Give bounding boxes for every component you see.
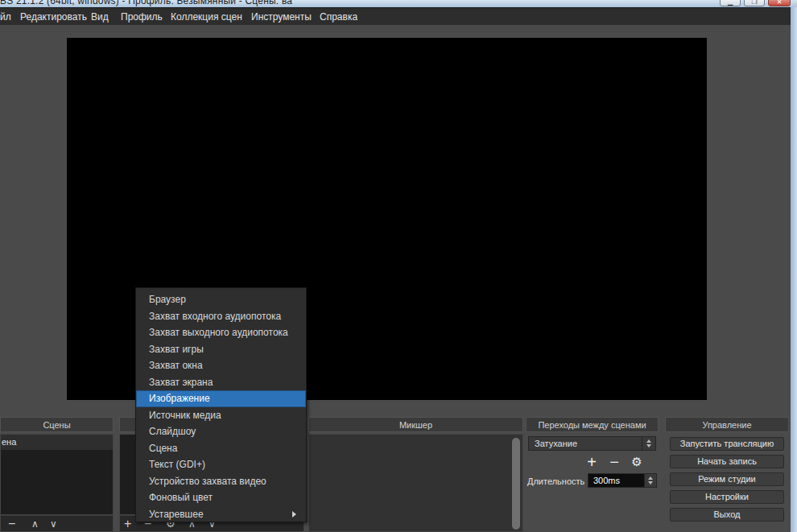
duration-label: Длительность (527, 476, 584, 486)
mixer-body (308, 434, 523, 532)
ctx-item-deprecated-label: Устаревшее (149, 509, 204, 520)
transition-select[interactable]: Затухание (528, 436, 656, 451)
settings-button[interactable]: Настройки (670, 490, 784, 504)
mixer-panel: Микшер (308, 417, 523, 532)
start-recording-button[interactable]: Начать запись (670, 455, 784, 468)
scenes-panel-header: Сцены (0, 417, 114, 432)
transition-select-spinner[interactable] (642, 437, 655, 450)
menu-file[interactable]: йл (0, 8, 11, 26)
studio-mode-button[interactable]: Режим студии (670, 472, 784, 486)
menu-profile[interactable]: Профиль (121, 8, 163, 26)
ctx-item-text-gdi[interactable]: Текст (GDI+) (136, 456, 306, 473)
duration-spinbox[interactable]: 300ms (588, 473, 657, 488)
submenu-arrow-icon (292, 511, 296, 518)
ctx-item-window-capture[interactable]: Захват окна (136, 357, 306, 374)
menubar: йл Редактировать Вид Профиль Коллекция с… (0, 7, 797, 25)
scene-list-item[interactable]: ена (1, 435, 113, 450)
menu-scene-collection[interactable]: Коллекция сцен (171, 8, 242, 26)
mixer-scrollbar-thumb[interactable] (512, 438, 520, 530)
transitions-panel-header: Переходы между сценами (526, 417, 659, 432)
titlebar: BS 21.1.2 (64bit, windows) - Профиль: Бе… (0, 0, 797, 7)
scenes-toolbar: + − ∧ ∨ (0, 515, 114, 532)
menu-tools[interactable]: Инструменты (251, 8, 312, 26)
scene-up-icon[interactable]: ∧ (31, 516, 44, 532)
ctx-item-deprecated[interactable]: Устаревшее (136, 506, 306, 523)
controls-panel-header: Управление (665, 417, 789, 432)
scene-down-icon[interactable]: ∨ (50, 516, 63, 532)
menu-edit[interactable]: Редактировать (20, 8, 87, 26)
add-transition-icon[interactable]: + (582, 452, 601, 472)
window-right-border (791, 7, 797, 532)
transitions-panel: Переходы между сценами Затухание + − ⚙ Д… (526, 417, 659, 532)
ctx-item-media-source[interactable]: Источник медиа (136, 407, 306, 424)
close-button[interactable]: ✕ (768, 0, 791, 6)
exit-button[interactable]: Выход (670, 508, 784, 522)
ctx-item-image[interactable]: Изображение (136, 390, 306, 407)
mixer-scrollbar[interactable] (511, 438, 521, 530)
scenes-list: ена (0, 434, 114, 515)
remove-transition-icon[interactable]: − (605, 452, 624, 472)
ctx-item-video-capture-device[interactable]: Устройство захвата видео (136, 473, 306, 490)
duration-value: 300ms (593, 476, 620, 485)
menu-view[interactable]: Вид (91, 8, 109, 26)
menu-help[interactable]: Справка (320, 8, 357, 26)
mixer-panel-header: Микшер (308, 417, 523, 432)
ctx-item-scene[interactable]: Сцена (136, 440, 306, 457)
transition-buttons: + − ⚙ (582, 452, 656, 472)
spin-down-icon (646, 444, 651, 447)
ctx-item-game-capture[interactable]: Захват игры (136, 341, 306, 358)
add-source-context-menu: Браузер Захват входного аудиопотока Захв… (135, 287, 307, 522)
minimize-button[interactable]: ▁ (720, 0, 741, 6)
transition-properties-gear-icon[interactable]: ⚙ (627, 452, 646, 472)
ctx-item-slideshow[interactable]: Слайдшоу (136, 423, 306, 440)
ctx-item-audio-input[interactable]: Захват входного аудиопотока (136, 308, 306, 325)
spin-down-icon (648, 481, 653, 485)
scenes-panel: Сцены ена + − ∧ ∨ (0, 417, 114, 532)
maximize-button[interactable]: ❐ (744, 0, 765, 6)
ctx-item-audio-output[interactable]: Захват выходного аудиопотока (136, 324, 306, 341)
ctx-item-display-capture[interactable]: Захват экрана (136, 374, 306, 391)
add-scene-icon[interactable]: + (0, 516, 4, 532)
remove-scene-icon[interactable]: − (8, 516, 23, 532)
spin-up-icon (648, 476, 653, 480)
controls-panel: Управление Запустить трансляцию Начать з… (665, 417, 789, 532)
start-streaming-button[interactable]: Запустить трансляцию (670, 437, 784, 451)
ctx-item-color-source[interactable]: Фоновый цвет (136, 489, 306, 506)
ctx-item-browser[interactable]: Браузер (136, 291, 306, 308)
window-title: BS 21.1.2 (64bit, windows) - Профиль: Бе… (0, 0, 292, 6)
transition-select-value: Затухание (535, 439, 577, 448)
spin-up-icon (646, 439, 651, 443)
duration-spinner[interactable] (644, 474, 656, 487)
